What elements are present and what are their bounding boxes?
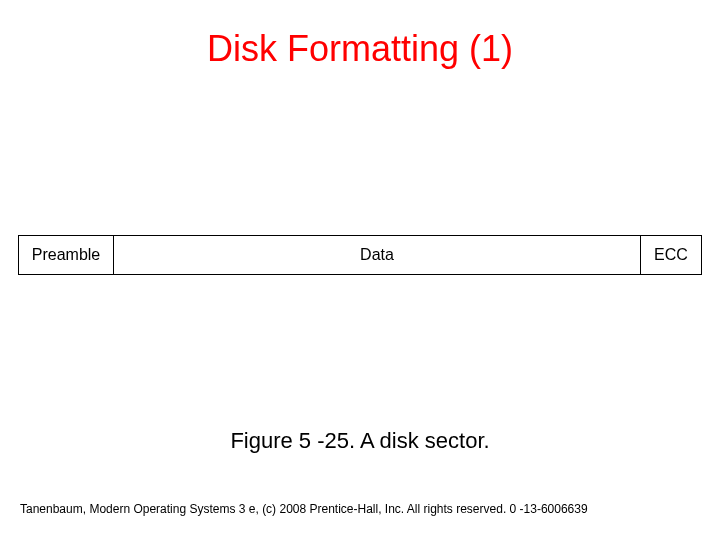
copyright-footer: Tanenbaum, Modern Operating Systems 3 e,… bbox=[20, 502, 588, 516]
sector-cell-data: Data bbox=[114, 236, 641, 274]
disk-sector-diagram: Preamble Data ECC bbox=[18, 235, 702, 275]
sector-cell-preamble: Preamble bbox=[19, 236, 114, 274]
figure-caption: Figure 5 -25. A disk sector. bbox=[0, 428, 720, 454]
page-title: Disk Formatting (1) bbox=[0, 0, 720, 70]
sector-cell-ecc: ECC bbox=[641, 236, 701, 274]
